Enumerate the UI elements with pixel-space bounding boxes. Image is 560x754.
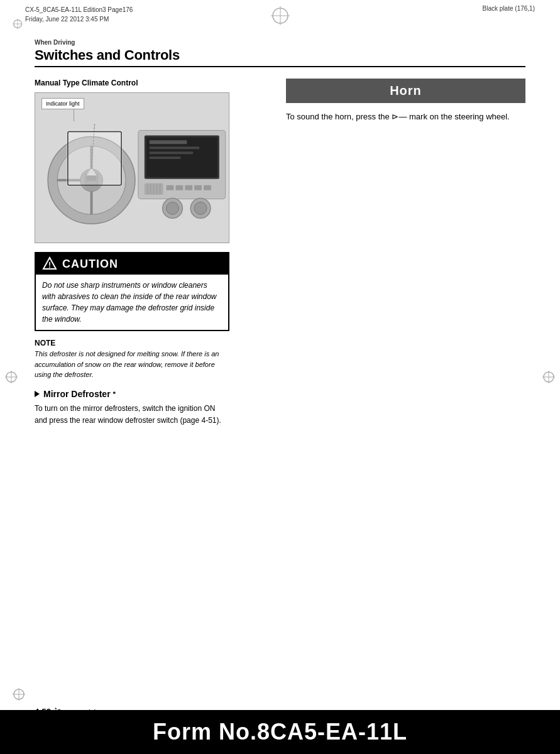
right-column: Horn To sound the horn, press the ⊳— mar… [286, 79, 525, 124]
indicator-label: Indicator light [46, 101, 80, 107]
svg-text:!: ! [48, 261, 51, 270]
svg-point-36 [167, 202, 179, 215]
svg-rect-27 [150, 151, 193, 154]
mirror-asterisk: * [113, 390, 116, 398]
svg-rect-43 [204, 185, 211, 190]
caution-text: Do not use sharp instruments or window c… [42, 280, 222, 325]
triangle-bullet-icon [35, 391, 40, 397]
caution-header: ! CAUTION [36, 253, 228, 275]
horn-text: To sound the horn, press the ⊳— mark on … [286, 111, 525, 124]
svg-rect-25 [150, 140, 187, 144]
caution-box: ! CAUTION Do not use sharp instruments o… [35, 252, 229, 331]
left-column: Manual Type Climate Control Indicator li… [35, 79, 267, 427]
reg-mark-top-center [271, 6, 290, 25]
car-dashboard-svg [35, 93, 229, 243]
svg-point-38 [194, 202, 207, 215]
svg-rect-42 [194, 185, 202, 190]
horn-icon: ⊳— [392, 111, 407, 124]
svg-rect-28 [150, 156, 181, 159]
section-title: Switches and Controls [35, 47, 525, 63]
main-content: When Driving Switches and Controls Manua… [0, 26, 560, 439]
reg-mark-right [542, 371, 555, 383]
note-section: NOTE This defroster is not designed for … [35, 339, 229, 380]
bottom-bar: Form No.8CA5-EA-11L [0, 710, 560, 754]
section-divider [35, 66, 525, 67]
header-left: CX-5_8CA5-EA-11L Edition3 Page176 Friday… [25, 5, 133, 24]
mirror-heading: Mirror Defroster* [35, 389, 229, 399]
mirror-defroster-section: Mirror Defroster* To turn on the mirror … [35, 389, 229, 427]
climate-control-image: Indicator light [35, 92, 229, 243]
indicator-box: Indicator light [41, 98, 84, 109]
horn-text-before: To sound the horn, press the [286, 112, 390, 121]
svg-rect-40 [175, 185, 183, 190]
header-right: Black plate (176,1) [483, 5, 535, 12]
svg-rect-41 [185, 185, 192, 190]
bottom-bar-text: Form No.8CA5-EA-11L [153, 719, 407, 745]
svg-rect-45 [67, 131, 123, 187]
reg-mark-top-left [13, 19, 23, 29]
note-title: NOTE [35, 339, 229, 347]
reg-mark-bottom-left [13, 688, 25, 701]
mirror-heading-text: Mirror Defroster [43, 389, 111, 399]
reg-mark-left [5, 371, 18, 383]
section-label: When Driving [35, 39, 525, 46]
caution-body: Do not use sharp instruments or window c… [36, 275, 228, 330]
header-line2: Friday, June 22 2012 3:45 PM [25, 14, 133, 24]
indicator-callout: Indicator light [41, 98, 84, 109]
subsection-title: Manual Type Climate Control [35, 79, 267, 87]
horn-header: Horn [286, 79, 525, 103]
svg-rect-39 [167, 185, 174, 190]
note-text: This defroster is not designed for melti… [35, 349, 229, 380]
horn-title: Horn [390, 84, 422, 97]
header-line1: CX-5_8CA5-EA-11L Edition3 Page176 [25, 5, 133, 14]
caution-triangle-icon: ! [42, 256, 57, 271]
svg-rect-26 [150, 146, 199, 149]
two-column-layout: Manual Type Climate Control Indicator li… [35, 79, 525, 427]
mirror-text: To turn on the mirror defrosters, switch… [35, 403, 229, 427]
horn-text-after: mark on the steering wheel. [409, 112, 510, 121]
caution-title: CAUTION [62, 258, 118, 271]
